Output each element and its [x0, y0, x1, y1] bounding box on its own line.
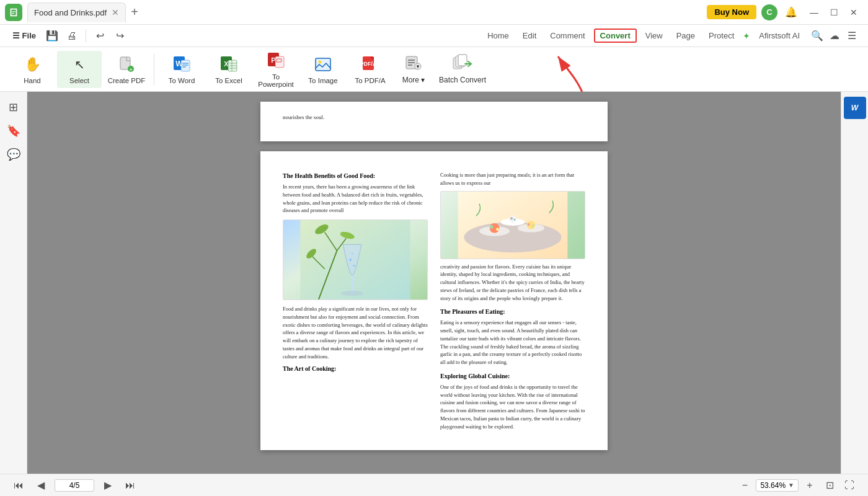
new-tab-button[interactable]: +: [126, 4, 143, 21]
main-area: ⊞ 🔖 💬 nourishes the soul. The Health Ben…: [0, 92, 868, 474]
buy-now-button[interactable]: Buy Now: [707, 5, 756, 19]
to-word-icon: W: [172, 55, 192, 74]
nav-edit[interactable]: Edit: [518, 29, 541, 43]
pdf-col-2: Cooking is more than just preparing meal…: [440, 171, 585, 430]
toolbar-separator-1: [154, 54, 154, 85]
last-page-button[interactable]: ⏭: [122, 477, 139, 494]
page-input[interactable]: [59, 481, 90, 490]
close-button[interactable]: ✕: [844, 5, 863, 20]
svg-point-21: [319, 60, 322, 63]
svg-point-53: [490, 225, 494, 229]
maximize-button[interactable]: ☐: [825, 5, 843, 20]
svg-text:▼: ▼: [415, 64, 420, 69]
thumbnail-view-button[interactable]: ⊞: [3, 97, 24, 118]
nav-items: Home Edit Comment Convert View Page Prot…: [482, 27, 861, 45]
nav-ai[interactable]: Afirstsoft AI: [754, 29, 805, 43]
pdf-page-main: The Health Benefits of Good Food: In rec…: [260, 151, 608, 450]
svg-point-60: [513, 218, 515, 220]
nav-comment[interactable]: Comment: [545, 29, 590, 43]
titlebar: Food and Drinks.pdf ✕ + Buy Now C 🔔 — ☐ …: [0, 0, 868, 25]
svg-point-59: [510, 217, 513, 219]
select-icon: ↖: [69, 55, 89, 74]
zoom-controls: − 53.64% ▼ + ⊡ ⛶: [736, 477, 858, 494]
print-icon-button[interactable]: 🖨: [63, 27, 81, 45]
zoom-in-button[interactable]: +: [801, 477, 818, 494]
minimize-button[interactable]: —: [805, 5, 823, 20]
to-word-button[interactable]: W To Word: [159, 51, 204, 88]
nav-protect[interactable]: Protect: [704, 29, 739, 43]
to-pdfa-icon: PDF/A: [360, 55, 380, 74]
svg-point-56: [528, 223, 530, 226]
word-badge-button[interactable]: W: [844, 97, 866, 119]
select-label: Select: [69, 77, 89, 84]
tab-close-icon[interactable]: ✕: [112, 7, 119, 17]
svg-point-38: [353, 265, 355, 267]
svg-point-48: [464, 222, 561, 252]
next-page-button[interactable]: ▶: [99, 477, 117, 494]
col2-global-section: Exploring Global Cuisine: One of the joy…: [440, 371, 585, 431]
batch-convert-icon: [453, 54, 472, 73]
more-icon: ▼: [405, 54, 422, 73]
col2-global-body: One of the joys of food and drinks is th…: [440, 383, 585, 431]
hand-tool-button[interactable]: ✋ Hand: [10, 51, 55, 88]
nav-home[interactable]: Home: [482, 29, 514, 43]
left-sidebar: ⊞ 🔖 💬: [0, 92, 27, 474]
comment-panel-button[interactable]: 💬: [3, 144, 24, 165]
current-tab[interactable]: Food and Drinks.pdf ✕: [27, 2, 126, 22]
nav-convert[interactable]: Convert: [594, 29, 637, 43]
window-controls: — ☐ ✕: [805, 5, 863, 20]
batch-convert-button[interactable]: Batch Convert: [435, 51, 490, 88]
to-image-button[interactable]: To Image: [301, 51, 345, 88]
cloud-icon[interactable]: ☁: [830, 30, 839, 42]
page-input-wrap: [55, 479, 94, 492]
fullscreen-button[interactable]: ⛶: [841, 477, 858, 494]
to-pdfa-label: To PDF/A: [355, 77, 385, 84]
pdf-col-1: The Health Benefits of Good Food: In rec…: [283, 171, 428, 430]
notification-icon[interactable]: 🔔: [782, 5, 800, 19]
zoom-value: 53.64%: [760, 481, 786, 490]
to-word-label: To Word: [169, 77, 195, 84]
batch-convert-label: Batch Convert: [439, 76, 486, 84]
to-excel-icon: X: [219, 55, 239, 74]
titlebar-right: Buy Now C 🔔 — ☐ ✕: [707, 4, 863, 20]
statusbar: ⏮ ◀ ▶ ⏭ − 53.64% ▼ + ⊡ ⛶: [0, 474, 868, 496]
redo-button[interactable]: ↪: [111, 27, 128, 45]
menu-separator: [86, 30, 86, 42]
pdf-page-top-fragment: nourishes the soul.: [260, 102, 608, 141]
save-icon-button[interactable]: 💾: [43, 27, 61, 45]
app-logo: [5, 4, 22, 21]
to-pdfa-button[interactable]: PDF/A To PDF/A: [348, 51, 392, 88]
zoom-out-button[interactable]: −: [736, 477, 753, 494]
create-pdf-button[interactable]: + Create PDF: [104, 51, 149, 88]
first-page-button[interactable]: ⏮: [10, 477, 27, 494]
select-tool-button[interactable]: ↖ Select: [57, 51, 102, 88]
zoom-display: 53.64% ▼: [756, 479, 799, 492]
to-image-icon: [313, 55, 333, 74]
to-excel-label: To Excel: [215, 77, 242, 84]
file-menu[interactable]: ☰ File: [7, 29, 41, 43]
bookmark-button[interactable]: 🔖: [3, 120, 24, 141]
to-powerpoint-button[interactable]: P To Powerpoint: [254, 51, 298, 88]
svg-rect-20: [316, 58, 330, 71]
tab-area: Food and Drinks.pdf ✕ +: [27, 2, 707, 22]
fit-page-button[interactable]: ⊡: [821, 477, 838, 494]
pdf-area: nourishes the soul. The Health Benefits …: [27, 92, 841, 474]
prev-page-button[interactable]: ◀: [32, 477, 50, 494]
word-badge-label: W: [851, 104, 858, 112]
pdf-two-col: The Health Benefits of Good Food: In rec…: [283, 171, 585, 430]
undo-button[interactable]: ↩: [91, 27, 108, 45]
col1-art-section: The Art of Cooking:: [283, 364, 428, 373]
menu-more-icon[interactable]: ☰: [843, 27, 861, 45]
search-icon-button[interactable]: 🔍: [808, 27, 826, 45]
col2-body2: creativity and passion for flavors. Ever…: [440, 263, 585, 303]
to-excel-button[interactable]: X To Excel: [206, 51, 251, 88]
avatar[interactable]: C: [761, 4, 777, 20]
more-button[interactable]: ▼ More ▾: [395, 51, 432, 88]
nav-view[interactable]: View: [640, 29, 668, 43]
zoom-dropdown-icon[interactable]: ▼: [788, 482, 794, 489]
arrow-overlay: [546, 47, 608, 92]
nav-page[interactable]: Page: [671, 29, 700, 43]
svg-point-54: [496, 228, 499, 231]
col2-body1: Cooking is more than just preparing meal…: [440, 171, 585, 187]
col2-global-heading: Exploring Global Cuisine:: [440, 371, 585, 381]
